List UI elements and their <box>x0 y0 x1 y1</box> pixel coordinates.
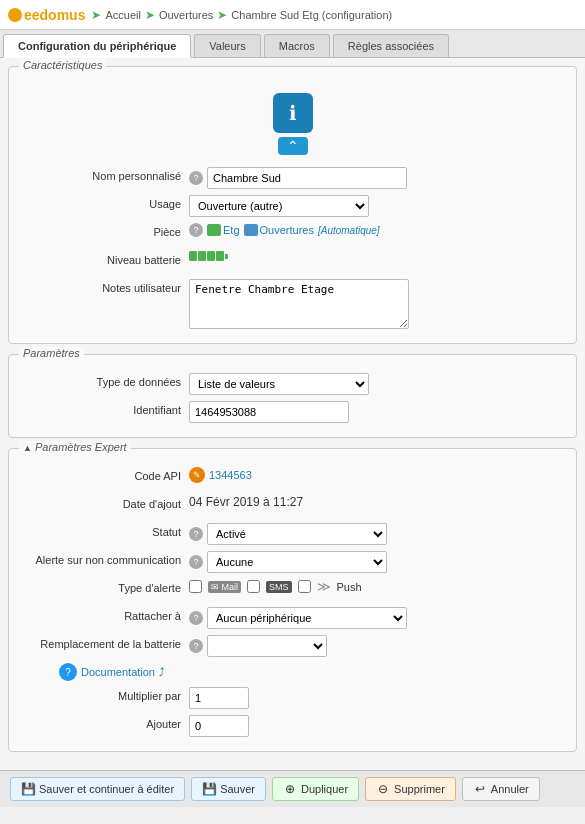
select-alerte-communication[interactable]: Aucune <box>207 551 387 573</box>
input-multiplier-par[interactable] <box>189 687 249 709</box>
doc-icon[interactable]: ? <box>59 663 77 681</box>
push-label: Push <box>337 581 362 593</box>
section-expert-title[interactable]: ▲Paramètres Expert <box>19 441 131 453</box>
code-api-icon[interactable]: ✎ <box>189 467 205 483</box>
checkbox-push[interactable] <box>298 580 311 593</box>
select-usage[interactable]: Ouverture (autre) <box>189 195 369 217</box>
input-nom-personnalise[interactable] <box>207 167 407 189</box>
sms-badge: SMS <box>266 581 292 593</box>
help-nom-personnalise[interactable]: ? <box>189 171 203 185</box>
battery-indicator <box>189 251 228 261</box>
breadcrumb-arrow-2: ➤ <box>145 8 155 22</box>
control-multiplier-par <box>189 687 566 709</box>
btn-delete-label: Supprimer <box>394 783 445 795</box>
control-notes: Fenetre Chambre Etage <box>189 279 566 329</box>
section-caracteristiques: Caractéristiques ℹ ⌃ Nom personnalisé ? <box>8 66 577 344</box>
piece-etg-link[interactable]: Etg <box>223 224 240 236</box>
control-ajouter <box>189 715 566 737</box>
btn-delete[interactable]: ⊖ Supprimer <box>365 777 456 801</box>
label-alerte-communication: Alerte sur non communication <box>19 551 189 566</box>
tab-configuration[interactable]: Configuration du périphérique <box>3 34 191 58</box>
control-piece: ? Etg Ouvertures [Automatique] <box>189 223 566 237</box>
control-nom-personnalise: ? <box>189 167 566 189</box>
btn-duplicate[interactable]: ⊕ Dupliquer <box>272 777 359 801</box>
row-statut: Statut ? Activé <box>19 523 566 545</box>
select-statut[interactable]: Activé <box>207 523 387 545</box>
device-icon-box[interactable]: ℹ <box>273 93 313 133</box>
select-remplacement-batterie[interactable] <box>207 635 327 657</box>
label-piece: Pièce <box>19 223 189 238</box>
parametres-inner: Type de données Liste de valeurs Identif… <box>19 363 566 423</box>
breadcrumb-accueil[interactable]: Accueil <box>105 9 140 21</box>
device-icon-area: ℹ ⌃ <box>19 93 566 155</box>
control-alerte-communication: ? Aucune <box>189 551 566 573</box>
label-date-ajout: Date d'ajout <box>19 495 189 510</box>
btn-duplicate-icon: ⊕ <box>283 782 297 796</box>
breadcrumb-current: Chambre Sud Etg (configuration) <box>231 9 392 21</box>
external-link-icon: ⤴ <box>159 666 165 678</box>
piece-icon-location <box>244 224 258 236</box>
btn-save-continue[interactable]: 💾 Sauver et continuer à éditer <box>10 777 185 801</box>
help-statut[interactable]: ? <box>189 527 203 541</box>
select-type-donnees[interactable]: Liste de valeurs <box>189 373 369 395</box>
expert-inner: Code API ✎ 1344563 Date d'ajout 04 Févr … <box>19 457 566 737</box>
select-rattacher[interactable]: Aucun périphérique <box>207 607 407 629</box>
input-ajouter[interactable] <box>189 715 249 737</box>
row-multiplier-par: Multiplier par <box>19 687 566 709</box>
label-nom-personnalise: Nom personnalisé <box>19 167 189 182</box>
row-alerte-communication: Alerte sur non communication ? Aucune <box>19 551 566 573</box>
label-rattacher: Rattacher à <box>19 607 189 622</box>
tabs-bar: Configuration du périphérique Valeurs Ma… <box>0 30 585 58</box>
checkbox-mail[interactable] <box>189 580 202 593</box>
label-type-donnees: Type de données <box>19 373 189 388</box>
control-identifiant <box>189 401 566 423</box>
row-remplacement-batterie: Remplacement de la batterie ? <box>19 635 566 657</box>
logo-text: eedomus <box>24 7 85 23</box>
control-usage: Ouverture (autre) <box>189 195 566 217</box>
chevron-symbol: ⌃ <box>287 138 299 154</box>
textarea-notes[interactable]: Fenetre Chambre Etage <box>189 279 409 329</box>
tab-valeurs[interactable]: Valeurs <box>194 34 260 57</box>
date-ajout-value: 04 Févr 2019 à 11:27 <box>189 495 303 509</box>
row-notes: Notes utilisateur Fenetre Chambre Etage <box>19 279 566 329</box>
help-remplacement-batterie[interactable]: ? <box>189 639 203 653</box>
label-remplacement-batterie: Remplacement de la batterie <box>19 635 189 650</box>
device-icon-symbol: ℹ <box>289 101 297 125</box>
input-identifiant[interactable] <box>189 401 349 423</box>
label-ajouter: Ajouter <box>19 715 189 730</box>
control-code-api: ✎ 1344563 <box>189 467 566 483</box>
piece-ouvertures-link[interactable]: Ouvertures <box>260 224 314 236</box>
label-statut: Statut <box>19 523 189 538</box>
battery-cell-2 <box>198 251 206 261</box>
btn-duplicate-label: Dupliquer <box>301 783 348 795</box>
row-ajouter: Ajouter <box>19 715 566 737</box>
row-nom-personnalise: Nom personnalisé ? <box>19 167 566 189</box>
section-parametres-title: Paramètres <box>19 347 84 359</box>
control-type-alerte: ✉ Mail SMS ≫ Push <box>189 579 566 594</box>
tab-macros[interactable]: Macros <box>264 34 330 57</box>
battery-tip <box>225 254 228 259</box>
control-date-ajout: 04 Févr 2019 à 11:27 <box>189 495 566 509</box>
mail-badge: ✉ Mail <box>208 581 241 593</box>
btn-save[interactable]: 💾 Sauver <box>191 777 266 801</box>
doc-link[interactable]: Documentation <box>81 666 155 678</box>
logo[interactable]: eedomus <box>8 7 85 23</box>
checkbox-sms[interactable] <box>247 580 260 593</box>
device-icon-chevron[interactable]: ⌃ <box>278 137 308 155</box>
row-type-donnees: Type de données Liste de valeurs <box>19 373 566 395</box>
label-notes: Notes utilisateur <box>19 279 189 294</box>
help-piece[interactable]: ? <box>189 223 203 237</box>
tab-regles[interactable]: Règles associées <box>333 34 449 57</box>
control-statut: ? Activé <box>189 523 566 545</box>
btn-save-continue-label: Sauver et continuer à éditer <box>39 783 174 795</box>
row-piece: Pièce ? Etg Ouvertures [Automatique] <box>19 223 566 245</box>
control-rattacher: ? Aucun périphérique <box>189 607 566 629</box>
label-type-alerte: Type d'alerte <box>19 579 189 594</box>
btn-cancel[interactable]: ↩ Annuler <box>462 777 540 801</box>
breadcrumb-ouvertures[interactable]: Ouvertures <box>159 9 213 21</box>
help-alerte-communication[interactable]: ? <box>189 555 203 569</box>
row-type-alerte: Type d'alerte ✉ Mail SMS ≫ Push <box>19 579 566 601</box>
help-rattacher[interactable]: ? <box>189 611 203 625</box>
row-code-api: Code API ✎ 1344563 <box>19 467 566 489</box>
code-api-value: 1344563 <box>209 469 252 481</box>
